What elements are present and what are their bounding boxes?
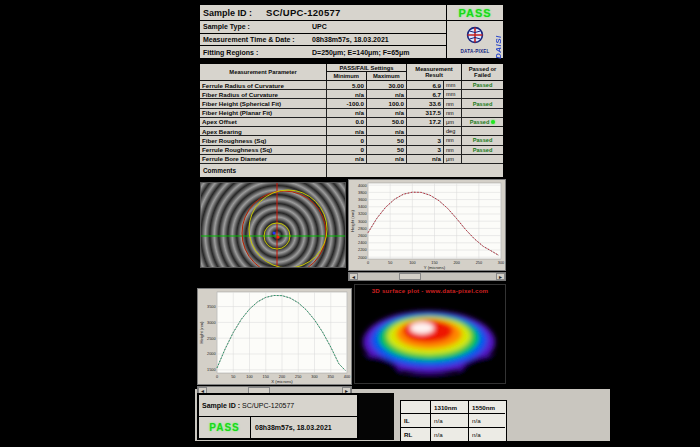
column-result: Measurement Result — [407, 64, 462, 80]
fitting-regions-label: Fitting Regions : — [203, 49, 312, 56]
comments-row: Comments — [200, 164, 503, 177]
result-cell — [407, 127, 444, 135]
svg-text:300: 300 — [311, 375, 317, 379]
maximum-cell: 50 — [367, 136, 407, 144]
svg-text:50: 50 — [231, 375, 235, 379]
unit-cell: μm — [444, 118, 462, 126]
minimum-cell: n/a — [327, 127, 367, 135]
scroll-thumb[interactable] — [399, 273, 421, 280]
footer-pass-badge: PASS — [199, 417, 251, 438]
table-row: Fiber Height (Spherical Fit)-100.0100.03… — [200, 99, 503, 108]
svg-text:50: 50 — [388, 261, 392, 265]
status-cell: Passed — [462, 81, 503, 89]
measurement-table-header: Measurement Parameter PASS/FAIL Settings… — [200, 64, 503, 81]
y-profile-scrollbar[interactable]: ◂ ▸ — [348, 272, 506, 281]
unit-cell: deg — [444, 127, 462, 135]
svg-text:350: 350 — [328, 375, 334, 379]
unit-cell: nm — [444, 99, 462, 107]
column-settings-title: PASS/FAIL Settings — [327, 64, 406, 72]
il-rl-table: 1310nm1550nmILn/an/aRLn/an/a — [400, 400, 507, 442]
svg-text:3000: 3000 — [358, 220, 366, 224]
maximum-cell: 100.0 — [367, 99, 407, 107]
surface-3d-panel[interactable]: 3D surface plot - www.data-pixel.com — [354, 284, 506, 384]
pass-badge: PASS — [447, 5, 503, 21]
footer-sample-id-label: Sample ID : — [202, 402, 240, 409]
column-status: Passed or Failed — [462, 64, 503, 80]
svg-text:Y (microns): Y (microns) — [424, 265, 446, 270]
data-pixel-globe-icon — [466, 26, 484, 48]
unit-cell: mm — [444, 90, 462, 98]
minimum-cell: n/a — [327, 155, 367, 163]
measurement-rows: Ferrule Radius of Curvature5.0030.006.9m… — [200, 81, 503, 164]
loss-1310-value: n/a — [431, 428, 469, 441]
minimum-cell: n/a — [327, 90, 367, 98]
footer-timestamp: 08h38m57s, 18.03.2021 — [251, 424, 357, 431]
table-row: Ferrule Bore Diametern/an/an/aμm — [200, 155, 503, 164]
maximum-cell: 50.0 — [367, 118, 407, 126]
svg-text:250: 250 — [295, 375, 301, 379]
svg-text:3400: 3400 — [358, 205, 366, 209]
table-row: Ferrule Radius of Curvature5.0030.006.9m… — [200, 81, 503, 90]
report-page: Sample ID : SC/UPC-120577 Sample Type : … — [0, 0, 700, 447]
column-minimum: Minimum — [327, 72, 367, 80]
table-row: Ferrule Roughness (Sq)0503nmPassed — [200, 146, 503, 155]
unit-cell: μm — [444, 155, 462, 163]
result-cell: n/a — [407, 155, 444, 163]
table-row: Apex Bearingn/an/adeg — [200, 127, 503, 136]
svg-text:2600: 2600 — [358, 234, 366, 238]
result-cell: 3 — [407, 146, 444, 154]
svg-text:2400: 2400 — [358, 241, 366, 245]
y-profile-chart[interactable]: 0501001502002503002000220024002600280030… — [348, 179, 506, 271]
parameter-cell: Fiber Height (Spherical Fit) — [200, 99, 327, 107]
footer-pass-row: PASS 08h38m57s, 18.03.2021 — [199, 417, 357, 438]
parameter-cell: Apex Offset — [200, 118, 327, 126]
comments-label: Comments — [200, 164, 327, 177]
svg-text:2500: 2500 — [207, 337, 215, 341]
unit-cell: nm — [444, 136, 462, 144]
header-status-logo: PASS DATA-PIXEL DAISI — [447, 5, 503, 58]
wavelength-1550-header: 1550nm — [469, 401, 505, 414]
svg-text:100: 100 — [246, 375, 252, 379]
column-settings: PASS/FAIL Settings Minimum Maximum — [327, 64, 407, 80]
scroll-right-arrow[interactable]: ▸ — [496, 273, 505, 280]
loss-1550-value: n/a — [469, 414, 505, 427]
status-cell: Passed — [462, 136, 503, 144]
logo-box: DATA-PIXEL DAISI — [447, 21, 503, 58]
logo-brand-text: DATA-PIXEL — [461, 49, 490, 54]
status-cell — [462, 90, 503, 98]
interferogram-image[interactable] — [200, 182, 346, 268]
status-cell — [462, 155, 503, 163]
minimum-cell: -100.0 — [327, 99, 367, 107]
status-cell — [462, 127, 503, 135]
svg-text:100: 100 — [409, 261, 415, 265]
sample-type-value: UPC — [312, 23, 327, 30]
fitting-regions-row: Fitting Regions : D=250μm; E=140μm; F=65… — [200, 46, 446, 58]
loss-1310-value: n/a — [431, 414, 469, 427]
svg-text:Height (nm): Height (nm) — [350, 209, 355, 231]
result-cell: 6.7 — [407, 90, 444, 98]
maximum-cell: n/a — [367, 155, 407, 163]
sample-type-label: Sample Type : — [203, 23, 312, 30]
wavelength-blank-header — [401, 401, 431, 414]
svg-text:400: 400 — [344, 375, 350, 379]
scroll-track[interactable] — [358, 273, 496, 280]
unit-cell: mm — [444, 81, 462, 89]
unit-cell: nm — [444, 109, 462, 117]
svg-text:3200: 3200 — [358, 212, 366, 216]
parameter-cell: Fiber Radius of Curvature — [200, 90, 327, 98]
svg-text:200: 200 — [453, 261, 459, 265]
parameter-cell: Fiber Roughness (Sq) — [200, 136, 327, 144]
footer-black-patch — [359, 393, 394, 440]
svg-text:1500: 1500 — [207, 368, 215, 372]
x-profile-chart[interactable]: 0501001502002503003504001500200025003000… — [197, 288, 352, 385]
interferogram-overlays — [201, 183, 345, 267]
comments-value — [327, 164, 503, 177]
svg-text:X (microns): X (microns) — [271, 379, 293, 384]
loss-row-label: RL — [401, 428, 431, 441]
sample-type-row: Sample Type : UPC — [200, 21, 446, 34]
svg-text:2000: 2000 — [207, 352, 215, 356]
scroll-left-arrow[interactable]: ◂ — [349, 273, 358, 280]
maximum-cell: n/a — [367, 109, 407, 117]
svg-text:2200: 2200 — [358, 248, 366, 252]
table-row: Apex Offset0.050.017.2μmPassed — [200, 118, 503, 127]
